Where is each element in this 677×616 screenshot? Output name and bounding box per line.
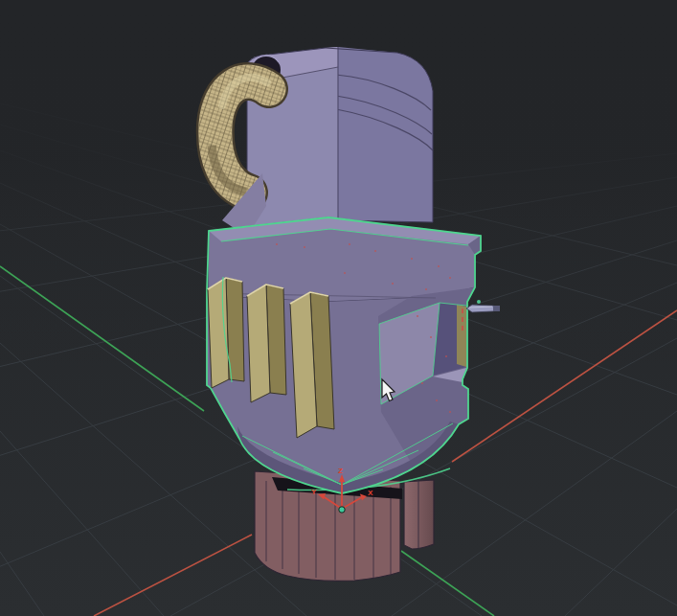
stick-origin-dot <box>477 300 481 304</box>
origin-dot[interactable] <box>339 507 345 513</box>
slat-1[interactable] <box>208 278 244 388</box>
gizmo-y-label: Y <box>311 488 317 496</box>
gizmo-x-label: X <box>368 489 373 497</box>
hidden-slat-sliver <box>457 305 466 367</box>
3d-viewport[interactable]: Z Y X <box>0 0 677 616</box>
slat-2[interactable] <box>247 285 286 402</box>
gizmo-z-label: Z <box>338 467 343 475</box>
head-right-face[interactable] <box>338 47 433 222</box>
viewport-canvas[interactable]: Z Y X <box>0 0 677 616</box>
slat-front-face <box>208 278 229 388</box>
slat-front-face <box>247 285 270 402</box>
slat-3[interactable] <box>290 292 334 438</box>
stick-tip <box>493 306 500 311</box>
